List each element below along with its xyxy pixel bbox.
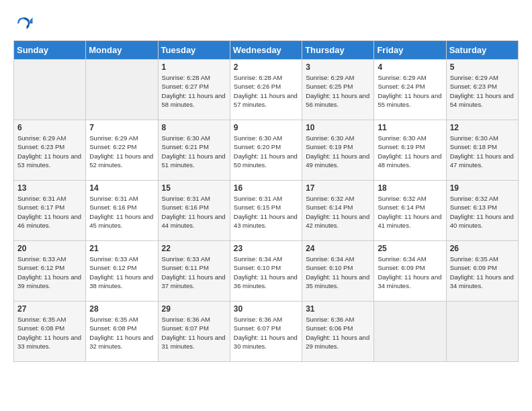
day-number: 11: [378, 123, 442, 132]
calendar-cell: [374, 302, 446, 362]
calendar-cell: 10Sunrise: 6:30 AM Sunset: 6:19 PM Dayli…: [302, 120, 374, 181]
day-number: 25: [378, 244, 442, 253]
day-number: 12: [450, 123, 515, 132]
day-number: 8: [162, 123, 226, 132]
calendar-cell: 14Sunrise: 6:31 AM Sunset: 6:16 PM Dayli…: [86, 181, 158, 241]
day-number: 20: [17, 244, 82, 253]
day-number: 24: [306, 244, 370, 253]
day-info: Sunrise: 6:30 AM Sunset: 6:19 PM Dayligh…: [378, 134, 442, 169]
calendar-cell: 1Sunrise: 6:28 AM Sunset: 6:27 PM Daylig…: [158, 60, 230, 120]
day-number: 10: [306, 123, 370, 132]
calendar-cell: 26Sunrise: 6:35 AM Sunset: 6:09 PM Dayli…: [446, 241, 518, 302]
day-number: 4: [378, 62, 442, 72]
day-info: Sunrise: 6:31 AM Sunset: 6:16 PM Dayligh…: [162, 194, 226, 230]
calendar-cell: 13Sunrise: 6:31 AM Sunset: 6:17 PM Dayli…: [14, 181, 86, 241]
calendar-cell: 29Sunrise: 6:36 AM Sunset: 6:07 PM Dayli…: [158, 302, 230, 362]
calendar-cell: 22Sunrise: 6:33 AM Sunset: 6:11 PM Dayli…: [158, 241, 230, 302]
day-info: Sunrise: 6:36 AM Sunset: 6:06 PM Dayligh…: [306, 315, 370, 351]
weekday-header-wednesday: Wednesday: [230, 41, 302, 60]
weekday-header-monday: Monday: [86, 41, 158, 60]
day-info: Sunrise: 6:36 AM Sunset: 6:07 PM Dayligh…: [234, 315, 298, 351]
calendar-cell: 30Sunrise: 6:36 AM Sunset: 6:07 PM Dayli…: [230, 302, 302, 362]
day-info: Sunrise: 6:30 AM Sunset: 6:19 PM Dayligh…: [306, 134, 370, 169]
day-info: Sunrise: 6:35 AM Sunset: 6:08 PM Dayligh…: [89, 315, 154, 351]
day-info: Sunrise: 6:34 AM Sunset: 6:10 PM Dayligh…: [234, 255, 298, 290]
calendar-cell: 8Sunrise: 6:30 AM Sunset: 6:21 PM Daylig…: [158, 120, 230, 181]
day-number: 9: [234, 123, 298, 132]
day-info: Sunrise: 6:30 AM Sunset: 6:21 PM Dayligh…: [162, 134, 226, 169]
day-info: Sunrise: 6:32 AM Sunset: 6:14 PM Dayligh…: [378, 194, 442, 230]
calendar-cell: 28Sunrise: 6:35 AM Sunset: 6:08 PM Dayli…: [86, 302, 158, 362]
calendar-cell: [14, 60, 86, 120]
day-number: 16: [234, 183, 298, 193]
weekday-header-saturday: Saturday: [446, 41, 518, 60]
day-number: 19: [450, 183, 515, 193]
day-info: Sunrise: 6:32 AM Sunset: 6:13 PM Dayligh…: [450, 194, 515, 230]
day-number: 29: [162, 304, 226, 314]
day-number: 15: [162, 183, 226, 193]
day-info: Sunrise: 6:29 AM Sunset: 6:24 PM Dayligh…: [378, 73, 442, 109]
day-number: 1: [162, 62, 226, 72]
day-info: Sunrise: 6:33 AM Sunset: 6:12 PM Dayligh…: [17, 255, 82, 290]
week-row-4: 20Sunrise: 6:33 AM Sunset: 6:12 PM Dayli…: [14, 241, 519, 302]
day-number: 21: [89, 244, 154, 253]
day-number: 7: [89, 123, 154, 132]
calendar-cell: 15Sunrise: 6:31 AM Sunset: 6:16 PM Dayli…: [158, 181, 230, 241]
day-info: Sunrise: 6:33 AM Sunset: 6:12 PM Dayligh…: [89, 255, 154, 290]
logo: [13, 13, 36, 34]
day-info: Sunrise: 6:35 AM Sunset: 6:08 PM Dayligh…: [17, 315, 82, 351]
day-number: 2: [234, 62, 298, 72]
calendar-cell: 9Sunrise: 6:30 AM Sunset: 6:20 PM Daylig…: [230, 120, 302, 181]
calendar-cell: 2Sunrise: 6:28 AM Sunset: 6:26 PM Daylig…: [230, 60, 302, 120]
day-number: 18: [378, 183, 442, 193]
calendar-cell: 21Sunrise: 6:33 AM Sunset: 6:12 PM Dayli…: [86, 241, 158, 302]
calendar-cell: 3Sunrise: 6:29 AM Sunset: 6:25 PM Daylig…: [302, 60, 374, 120]
day-info: Sunrise: 6:31 AM Sunset: 6:15 PM Dayligh…: [234, 194, 298, 230]
day-number: 28: [89, 304, 154, 314]
day-info: Sunrise: 6:35 AM Sunset: 6:09 PM Dayligh…: [450, 255, 515, 290]
week-row-3: 13Sunrise: 6:31 AM Sunset: 6:17 PM Dayli…: [14, 181, 519, 241]
day-number: 23: [234, 244, 298, 253]
weekday-header-thursday: Thursday: [302, 41, 374, 60]
day-number: 27: [17, 304, 82, 314]
svg-marker-0: [30, 17, 33, 24]
day-info: Sunrise: 6:30 AM Sunset: 6:20 PM Dayligh…: [234, 134, 298, 169]
calendar-cell: 11Sunrise: 6:30 AM Sunset: 6:19 PM Dayli…: [374, 120, 446, 181]
calendar-cell: 12Sunrise: 6:30 AM Sunset: 6:18 PM Dayli…: [446, 120, 518, 181]
page-header: [13, 13, 519, 34]
day-info: Sunrise: 6:28 AM Sunset: 6:27 PM Dayligh…: [162, 73, 226, 109]
day-number: 6: [17, 123, 82, 132]
calendar-cell: 18Sunrise: 6:32 AM Sunset: 6:14 PM Dayli…: [374, 181, 446, 241]
week-row-1: 1Sunrise: 6:28 AM Sunset: 6:27 PM Daylig…: [14, 60, 519, 120]
day-number: 14: [89, 183, 154, 193]
weekday-header-friday: Friday: [374, 41, 446, 60]
calendar-cell: 5Sunrise: 6:29 AM Sunset: 6:23 PM Daylig…: [446, 60, 518, 120]
calendar-cell: 24Sunrise: 6:34 AM Sunset: 6:10 PM Dayli…: [302, 241, 374, 302]
calendar-cell: 27Sunrise: 6:35 AM Sunset: 6:08 PM Dayli…: [14, 302, 86, 362]
day-info: Sunrise: 6:28 AM Sunset: 6:26 PM Dayligh…: [234, 73, 298, 109]
week-row-2: 6Sunrise: 6:29 AM Sunset: 6:23 PM Daylig…: [14, 120, 519, 181]
day-info: Sunrise: 6:34 AM Sunset: 6:09 PM Dayligh…: [378, 255, 442, 290]
day-number: 30: [234, 304, 298, 314]
calendar-cell: 23Sunrise: 6:34 AM Sunset: 6:10 PM Dayli…: [230, 241, 302, 302]
calendar-cell: 16Sunrise: 6:31 AM Sunset: 6:15 PM Dayli…: [230, 181, 302, 241]
weekday-header-tuesday: Tuesday: [158, 41, 230, 60]
day-info: Sunrise: 6:31 AM Sunset: 6:16 PM Dayligh…: [89, 194, 154, 230]
calendar-cell: 6Sunrise: 6:29 AM Sunset: 6:23 PM Daylig…: [14, 120, 86, 181]
calendar-cell: [86, 60, 158, 120]
day-number: 3: [306, 62, 370, 72]
day-info: Sunrise: 6:30 AM Sunset: 6:18 PM Dayligh…: [450, 134, 515, 169]
day-info: Sunrise: 6:29 AM Sunset: 6:23 PM Dayligh…: [450, 73, 515, 109]
day-number: 26: [450, 244, 515, 253]
week-row-5: 27Sunrise: 6:35 AM Sunset: 6:08 PM Dayli…: [14, 302, 519, 362]
day-info: Sunrise: 6:29 AM Sunset: 6:23 PM Dayligh…: [17, 134, 82, 169]
day-info: Sunrise: 6:32 AM Sunset: 6:14 PM Dayligh…: [306, 194, 370, 230]
day-number: 13: [17, 183, 82, 193]
calendar-cell: 7Sunrise: 6:29 AM Sunset: 6:22 PM Daylig…: [86, 120, 158, 181]
day-info: Sunrise: 6:36 AM Sunset: 6:07 PM Dayligh…: [162, 315, 226, 351]
calendar-table: SundayMondayTuesdayWednesdayThursdayFrid…: [13, 40, 519, 362]
day-info: Sunrise: 6:29 AM Sunset: 6:25 PM Dayligh…: [306, 73, 370, 109]
calendar-cell: 31Sunrise: 6:36 AM Sunset: 6:06 PM Dayli…: [302, 302, 374, 362]
day-number: 31: [306, 304, 370, 314]
weekday-header-row: SundayMondayTuesdayWednesdayThursdayFrid…: [14, 41, 519, 60]
